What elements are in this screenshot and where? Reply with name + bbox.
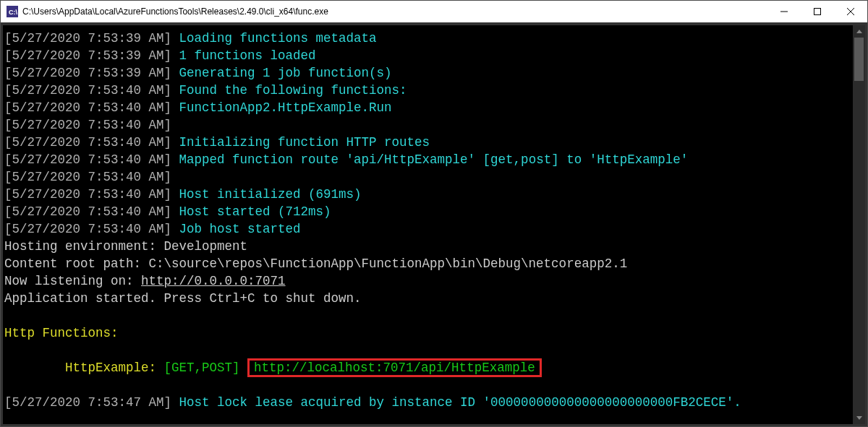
scroll-thumb[interactable] — [854, 38, 864, 81]
minimize-button[interactable] — [767, 1, 801, 22]
scroll-track[interactable] — [853, 38, 865, 412]
titlebar[interactable]: C:\ C:\Users\AppData\Local\AzureFunction… — [1, 1, 867, 23]
svg-rect-3 — [814, 9, 821, 15]
terminal-container: [5/27/2020 7:53:39 AM] Loading functions… — [1, 22, 867, 426]
window-controls — [767, 1, 867, 22]
scrollbar-vertical[interactable] — [853, 25, 865, 424]
close-button[interactable] — [834, 1, 867, 22]
http-example-url: http://localhost:7071/api/HttpExample — [247, 358, 542, 377]
scroll-up-button[interactable] — [853, 25, 865, 38]
svg-marker-6 — [856, 30, 862, 33]
maximize-button[interactable] — [801, 1, 834, 22]
window-title: C:\Users\AppData\Local\AzureFunctionsToo… — [22, 7, 328, 17]
scroll-down-button[interactable] — [853, 412, 865, 424]
svg-text:C:\: C:\ — [9, 9, 17, 16]
app-window: C:\ C:\Users\AppData\Local\AzureFunction… — [0, 0, 868, 427]
app-icon: C:\ — [7, 6, 18, 17]
terminal-output[interactable]: [5/27/2020 7:53:39 AM] Loading functions… — [3, 25, 853, 424]
svg-marker-7 — [856, 416, 862, 420]
